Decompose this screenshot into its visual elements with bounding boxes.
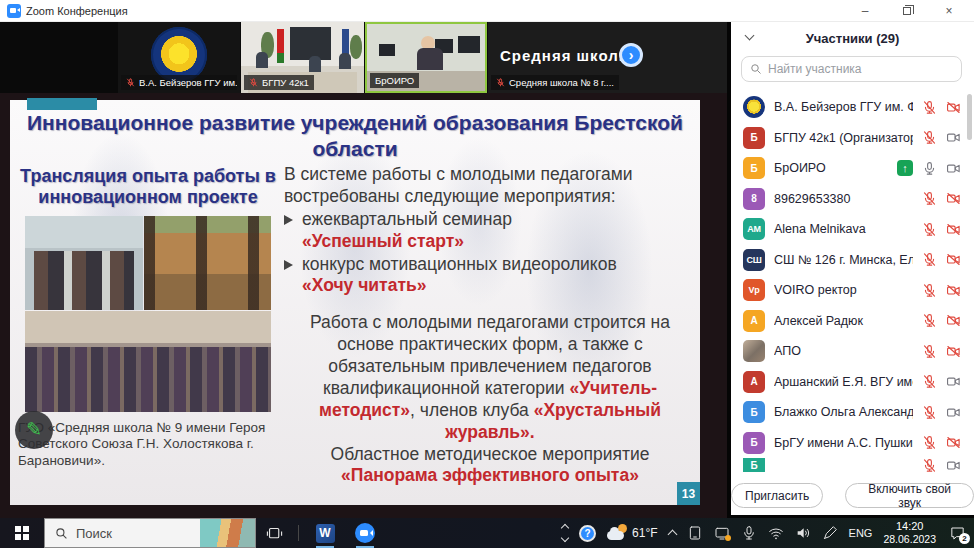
invite-button[interactable]: Пригласить xyxy=(731,483,823,508)
task-view-button[interactable] xyxy=(256,518,292,548)
window-title: Zoom Конференция xyxy=(26,5,128,17)
date: 28.06.2023 xyxy=(883,533,936,546)
participant-row[interactable]: Vp VOIRO ректор xyxy=(731,275,974,306)
video-thumbnail-school8[interactable]: Средняя школ... Средняя школа № 8 г.... xyxy=(488,22,727,93)
zoom-taskbar-button[interactable] xyxy=(345,518,385,548)
show-hidden-icons-chevron[interactable] xyxy=(667,530,677,540)
restore-button[interactable] xyxy=(886,0,928,22)
temperature: 61°F xyxy=(632,526,657,540)
video-thumbnail-beizerov[interactable]: В.А. Бейзеров ГГУ им. ... xyxy=(118,22,240,93)
photo-autumn-outdoor xyxy=(144,216,271,310)
pen-icon[interactable] xyxy=(822,525,838,541)
mic-icon xyxy=(922,161,937,176)
mic-muted-icon xyxy=(249,77,258,88)
camera-icon xyxy=(946,405,961,420)
help-icon[interactable]: ? xyxy=(579,525,596,542)
participant-row[interactable]: Б БГПУ 42к1 (Организатор) xyxy=(731,123,974,154)
avatar xyxy=(743,340,765,362)
mic-icon xyxy=(922,313,937,328)
participant-search-box[interactable] xyxy=(741,56,962,82)
microphone-tray-icon[interactable] xyxy=(741,525,757,541)
word-icon: W xyxy=(316,524,335,543)
participant-name: Блажко Ольга Александровн... xyxy=(774,405,913,419)
participant-row[interactable]: Б xyxy=(731,458,974,472)
search-daily-image[interactable] xyxy=(200,519,255,547)
weather-widget[interactable]: 61°F xyxy=(607,526,657,540)
participants-panel-wrap: Участники (29) В.А. Бейзеров ГГУ им. Ф.С… xyxy=(727,22,974,518)
chevron-up-icon xyxy=(561,524,569,532)
participant-row[interactable]: СШ СШ № 126 г. Минска, Елена М... xyxy=(731,245,974,276)
participant-row[interactable]: В.А. Бейзеров ГГУ им. Ф.Ск... (Я) xyxy=(731,92,974,123)
taskbar-scroll-chevrons[interactable] xyxy=(562,525,568,541)
slide-title: Инновационное развитие учреждений образо… xyxy=(10,110,700,161)
participant-list: В.А. Бейзеров ГГУ им. Ф.Ск... (Я) Б БГПУ… xyxy=(731,92,974,472)
participant-video-name: В.А. Бейзеров ГГУ им. ... xyxy=(139,77,237,88)
participant-row[interactable]: Б БрОИРО ↑ xyxy=(731,153,974,184)
avatar: Б xyxy=(743,127,765,149)
participant-display-name: Средняя школ... xyxy=(500,47,634,64)
slide-paragraph: Работа с молодыми педагогами строится на… xyxy=(284,312,696,443)
cloud-sun-icon xyxy=(607,527,626,540)
taskbar-search-input[interactable] xyxy=(76,526,184,541)
avatar: Б xyxy=(743,401,765,423)
avatar: Б xyxy=(743,157,765,179)
avatar: Б xyxy=(743,432,765,454)
avatar: Vp xyxy=(743,279,765,301)
wifi-icon[interactable] xyxy=(768,525,784,541)
panel-scrollbar[interactable] xyxy=(967,94,972,140)
participant-name: АПО xyxy=(774,344,913,358)
camera-icon xyxy=(946,191,961,206)
video-thumbnail-broiro-active-speaker[interactable]: БрОИРО xyxy=(365,22,487,93)
minimize-button[interactable]: – xyxy=(844,0,886,22)
camera-icon xyxy=(946,161,961,176)
display-notification-icon[interactable] xyxy=(714,525,730,541)
annotation-pencil-icon[interactable]: ✎ xyxy=(15,411,53,449)
word-taskbar-button[interactable]: W xyxy=(305,518,345,548)
participant-row[interactable]: AM Alena Melnikava xyxy=(731,214,974,245)
participant-row[interactable]: АПО xyxy=(731,336,974,367)
taskbar-search-box[interactable] xyxy=(44,518,256,548)
clock[interactable]: 14:20 28.06.2023 xyxy=(883,520,936,546)
panel-footer: Пригласить Включить свой звук xyxy=(731,483,974,508)
unmute-self-button[interactable]: Включить свой звук xyxy=(845,483,974,508)
participant-row[interactable]: Б БрГУ имени А.С. Пушкина xyxy=(731,428,974,459)
avatar: Б xyxy=(743,458,765,472)
slide-closing-text: Областное методическое мероприятие xyxy=(284,444,696,466)
participant-row[interactable]: Б Блажко Ольга Александровн... xyxy=(731,397,974,428)
windows-logo-icon xyxy=(15,526,29,540)
participant-name: Аршанский Е.Я. ВГУ имени П... xyxy=(774,375,913,389)
slide-intro-text: В системе работы с молодыми педагогами в… xyxy=(284,164,696,208)
participant-name: 89629653380 xyxy=(774,192,913,206)
photo-caption: ✎ ГУО «Средняя школа № 9 имени Героя Сов… xyxy=(18,420,278,470)
slide-bullet-highlight: «Хочу читать» xyxy=(302,275,696,297)
mic-icon xyxy=(922,222,937,237)
tablet-mode-icon[interactable] xyxy=(687,525,703,541)
search-icon xyxy=(55,527,68,540)
participant-name: СШ № 126 г. Минска, Елена М... xyxy=(774,253,913,267)
camera-icon xyxy=(946,458,961,472)
participant-row[interactable]: 8 89629653380 xyxy=(731,184,974,215)
avatar: СШ xyxy=(743,249,765,271)
participant-row[interactable]: А Аршанский Е.Я. ВГУ имени П... xyxy=(731,367,974,398)
participant-video-name: Средняя школа № 8 г.... xyxy=(509,77,614,88)
participant-name: БрГУ имени А.С. Пушкина xyxy=(774,436,913,450)
close-button[interactable]: × xyxy=(928,0,970,22)
slide-bullet: конкурс мотивационных видеороликов xyxy=(284,254,696,276)
next-videos-button[interactable]: › xyxy=(619,43,643,67)
bullet-arrow-icon xyxy=(284,215,293,225)
photo-indoor-group xyxy=(25,216,143,310)
camera-icon xyxy=(946,252,961,267)
video-thumbnail-bgpu[interactable]: БГПУ 42к1 xyxy=(241,22,364,93)
camera-icon xyxy=(946,313,961,328)
camera-icon xyxy=(946,374,961,389)
avatar: 8 xyxy=(743,188,765,210)
volume-icon[interactable] xyxy=(795,525,811,541)
notification-center-icon[interactable]: 2 xyxy=(949,525,966,541)
mic-icon xyxy=(922,283,937,298)
start-button[interactable] xyxy=(0,518,44,548)
camera-icon xyxy=(946,130,961,145)
language-indicator[interactable]: ENG xyxy=(849,527,873,539)
participant-search-input[interactable] xyxy=(768,62,953,76)
participant-row[interactable]: А Алексей Радюк xyxy=(731,306,974,337)
taskbar-separator xyxy=(298,525,299,541)
